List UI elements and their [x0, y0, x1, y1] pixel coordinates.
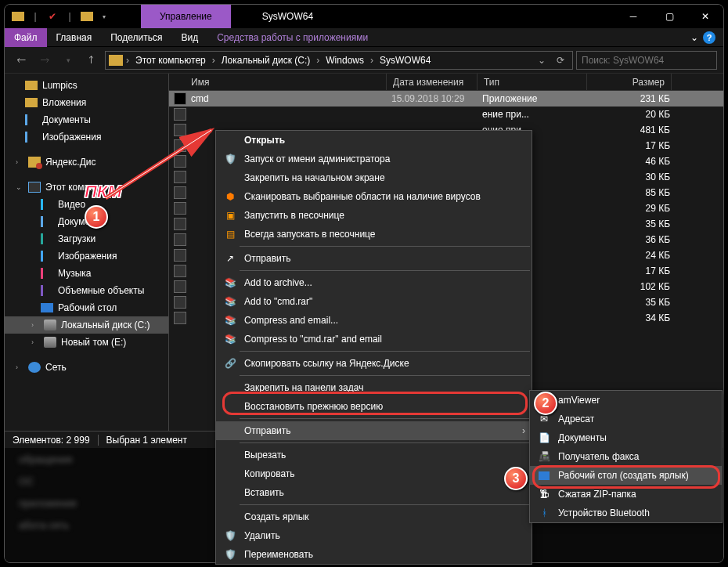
- maximize-button[interactable]: ▢: [651, 5, 687, 28]
- sendto-bluetooth[interactable]: ᚼУстройство Bluetooth: [530, 504, 722, 522]
- header-name[interactable]: Имя: [169, 74, 387, 90]
- tree-my-documents[interactable]: Документы: [5, 213, 168, 230]
- ctx-add-archive[interactable]: 📚Add to archive...: [216, 273, 532, 292]
- ctx-create-shortcut[interactable]: Создать ярлык: [216, 507, 532, 526]
- sendto-fax[interactable]: 📠Получатель факса: [530, 447, 722, 466]
- expand-icon[interactable]: ›: [31, 321, 39, 329]
- properties-icon[interactable]: ✔: [45, 9, 59, 23]
- ctx-delete[interactable]: 🛡️Удалить: [216, 526, 532, 545]
- tree-videos[interactable]: Видео: [5, 196, 168, 213]
- header-type[interactable]: Тип: [478, 74, 587, 90]
- ctx-restore-prev[interactable]: Восстановить прежнюю версию: [216, 397, 532, 416]
- expand-icon[interactable]: ›: [16, 363, 23, 371]
- breadcrumb-item[interactable]: Локальный диск (C:): [218, 55, 314, 66]
- ctx-scan-virus[interactable]: ⬢Сканировать выбранные области на наличи…: [216, 187, 532, 206]
- ctx-pin-taskbar[interactable]: Закрепить на панели задач: [216, 378, 532, 397]
- sendto-documents[interactable]: 📄Документы: [530, 428, 722, 447]
- tree-label: Загрузки: [58, 233, 96, 244]
- qat-dropdown-icon[interactable]: ▾: [97, 9, 111, 23]
- sandbox-always-icon: ▤: [222, 228, 238, 240]
- bluetooth-icon: ᚼ: [536, 507, 552, 519]
- breadcrumb-dropdown-icon[interactable]: ⌄: [533, 55, 550, 66]
- tab-home[interactable]: Главная: [47, 28, 102, 47]
- tree-desktop[interactable]: Рабочий стол: [5, 299, 168, 316]
- file-icon: [174, 296, 186, 309]
- header-size[interactable]: Размер: [587, 74, 672, 90]
- winrar-icon: 📚: [222, 295, 238, 308]
- ctx-send-to[interactable]: Отправить›: [216, 421, 532, 440]
- sendto-zip[interactable]: 🗜Сжатая ZIP-папка: [530, 485, 722, 504]
- expand-icon[interactable]: ›: [31, 338, 39, 346]
- tree-network[interactable]: ›Сеть: [5, 359, 168, 376]
- refresh-icon[interactable]: ⟳: [552, 55, 569, 66]
- file-row[interactable]: ение при...20 КБ: [169, 107, 723, 122]
- file-size: 17 КБ: [592, 140, 670, 151]
- tree-attachments[interactable]: Вложения: [5, 94, 168, 111]
- tree-documents[interactable]: Документы: [5, 111, 168, 128]
- history-dropdown[interactable]: ▾: [58, 50, 78, 70]
- file-icon: [174, 280, 186, 293]
- tree-label: Объемные объекты: [58, 285, 144, 296]
- tree-my-pictures[interactable]: Изображения: [5, 247, 168, 265]
- file-icon: [174, 265, 186, 277]
- sendto-desktop-shortcut[interactable]: Рабочий стол (создать ярлык): [530, 466, 722, 485]
- tab-share[interactable]: Поделиться: [101, 28, 171, 47]
- ctx-run-sandbox[interactable]: ▣Запустить в песочнице: [216, 206, 532, 225]
- qat-separator-2: |: [63, 9, 77, 23]
- forward-button[interactable]: 🡒: [34, 50, 55, 70]
- breadcrumb[interactable]: › Этот компьютер › Локальный диск (C:) ›…: [105, 51, 573, 70]
- tab-app-tools[interactable]: Средства работы с приложениями: [207, 28, 377, 47]
- header-date[interactable]: Дата изменения: [387, 74, 478, 90]
- close-button[interactable]: ✕: [687, 5, 723, 28]
- ctx-add-cmdrar[interactable]: 📚Add to "cmd.rar": [216, 292, 532, 311]
- tree-lumpics[interactable]: Lumpics: [5, 77, 168, 94]
- file-row-cmd[interactable]: cmd 15.09.2018 10:29 Приложение 231 КБ: [169, 91, 723, 107]
- ctx-rename[interactable]: 🛡️Переименовать: [216, 545, 532, 564]
- search-input[interactable]: Поиск: SysWOW64: [576, 51, 717, 70]
- breadcrumb-sep[interactable]: ›: [124, 55, 131, 66]
- breadcrumb-item[interactable]: Этот компьютер: [132, 55, 209, 66]
- collapse-icon[interactable]: ⌄: [16, 183, 23, 191]
- expand-icon[interactable]: ›: [16, 158, 23, 166]
- breadcrumb-item[interactable]: Windows: [323, 55, 367, 66]
- breadcrumb-sep[interactable]: ›: [369, 55, 375, 66]
- breadcrumb-sep[interactable]: ›: [315, 55, 321, 66]
- file-icon: [174, 249, 186, 262]
- breadcrumb-sep[interactable]: ›: [211, 55, 217, 66]
- ctx-cut[interactable]: Вырезать: [216, 446, 532, 464]
- tab-file[interactable]: Файл: [5, 28, 47, 47]
- tree-downloads[interactable]: Загрузки: [5, 230, 168, 247]
- sendto-recipient[interactable]: ✉Адресат: [530, 410, 722, 428]
- ctx-always-sandbox[interactable]: ▤Всегда запускать в песочнице: [216, 225, 532, 244]
- file-size: 34 КБ: [592, 312, 670, 323]
- tree-3d-objects[interactable]: Объемные объекты: [5, 282, 168, 299]
- management-contextual-tab[interactable]: Управление: [141, 5, 231, 28]
- ctx-compress-email[interactable]: 📚Compress and email...: [216, 311, 532, 330]
- ctx-copy[interactable]: Копировать: [216, 464, 532, 483]
- ctx-pin-start[interactable]: Закрепить на начальном экране: [216, 168, 532, 187]
- ctx-copy-yandex[interactable]: 🔗Скопировать ссылку на Яндекс.Диске: [216, 354, 532, 373]
- tree-pictures[interactable]: Изображения: [5, 128, 168, 146]
- tree-new-volume-e[interactable]: ›Новый том (E:): [5, 334, 168, 351]
- tree-this-pc[interactable]: ⌄Этот компь: [5, 179, 168, 196]
- tree-music[interactable]: Музыка: [5, 265, 168, 282]
- send-to-submenu: ◉amViewer ✉Адресат 📄Документы 📠Получател…: [529, 390, 723, 523]
- ribbon-expand-icon[interactable]: ⌄: [690, 32, 698, 43]
- tree-yandex-disk[interactable]: ›Яндекс.Дис: [5, 153, 168, 171]
- winrar-icon: 📚: [222, 314, 238, 327]
- back-button[interactable]: 🡐: [11, 50, 31, 70]
- ctx-compress-cmd-email[interactable]: 📚Compress to "cmd.rar" and email: [216, 330, 532, 349]
- ctx-open[interactable]: Открыть: [216, 131, 532, 150]
- tab-view[interactable]: Вид: [171, 28, 207, 47]
- file-size: 46 КБ: [592, 156, 670, 167]
- ctx-run-as-admin[interactable]: 🛡️Запуск от имени администратора: [216, 150, 532, 168]
- minimize-button[interactable]: ─: [615, 5, 651, 28]
- ctx-share[interactable]: ↗Отправить: [216, 249, 532, 268]
- sendto-teamviewer[interactable]: ◉amViewer: [530, 391, 722, 410]
- ctx-paste[interactable]: Вставить: [216, 483, 532, 502]
- up-button[interactable]: 🡑: [81, 50, 102, 70]
- breadcrumb-item[interactable]: SysWOW64: [377, 55, 434, 66]
- file-size: 17 КБ: [592, 265, 670, 276]
- help-icon[interactable]: ?: [703, 31, 715, 44]
- tree-local-disk-c[interactable]: ›Локальный диск (C:): [5, 316, 168, 334]
